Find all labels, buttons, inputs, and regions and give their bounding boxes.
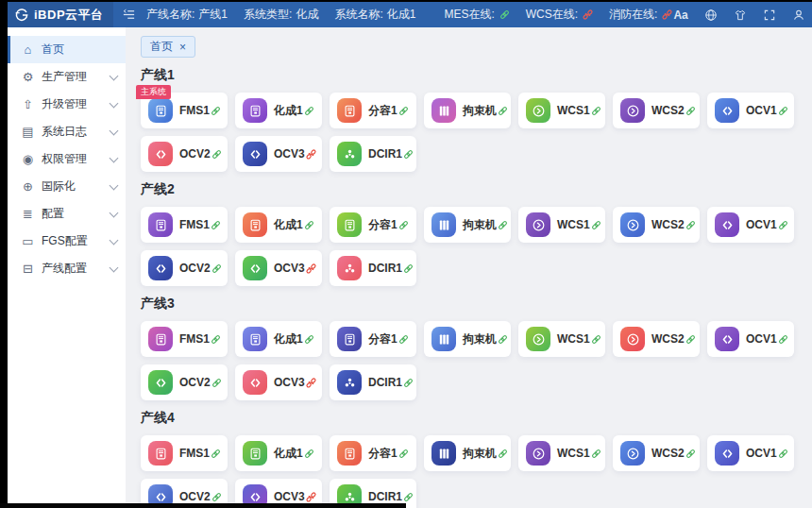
link-online-icon[interactable]	[210, 219, 222, 231]
device-card-FMS1[interactable]: FMS1	[141, 435, 228, 471]
device-card-WCS1[interactable]: WCS1	[518, 207, 605, 243]
device-card-DCIR1[interactable]: DCIR1	[330, 136, 416, 172]
fullscreen-icon[interactable]	[763, 8, 776, 22]
link-broken-icon[interactable]	[305, 262, 317, 275]
link-online-icon[interactable]	[497, 219, 509, 231]
link-online-icon[interactable]	[590, 105, 602, 117]
device-card-分容1[interactable]: 分容1	[330, 207, 416, 243]
device-card-OCV2[interactable]: OCV2	[141, 250, 228, 286]
sidebar-item-permission[interactable]: ◉权限管理	[8, 145, 126, 173]
device-card-分容1[interactable]: 分容1	[330, 93, 416, 128]
link-online-icon[interactable]	[402, 148, 414, 161]
link-online-icon[interactable]	[210, 333, 222, 346]
device-card-OCV3[interactable]: OCV3	[235, 136, 322, 172]
link-online-icon[interactable]	[685, 448, 697, 460]
link-online-icon[interactable]	[398, 105, 410, 117]
link-online-icon[interactable]	[402, 262, 414, 275]
link-online-icon[interactable]	[590, 333, 602, 346]
device-card-拘束机[interactable]: 拘束机	[424, 207, 511, 243]
device-card-拘束机[interactable]: 拘束机	[424, 321, 511, 357]
link-online-icon[interactable]	[303, 219, 315, 231]
font-size-icon[interactable]: Aa	[673, 8, 687, 22]
sidebar-item-home[interactable]: ⌂首页	[8, 36, 126, 63]
device-card-OCV1[interactable]: OCV1	[707, 321, 794, 357]
link-online-icon[interactable]	[685, 333, 697, 346]
link-online-icon[interactable]	[777, 219, 789, 231]
device-card-化成1[interactable]: 化成1	[235, 93, 322, 128]
link-online-icon[interactable]	[210, 448, 222, 460]
device-card-FMS1[interactable]: FMS1	[141, 321, 228, 357]
sections-container: 产线1主系统FMS1化成1分容1拘束机WCS1WCS2OCV1OCV2OCV3D…	[141, 67, 797, 508]
device-card-化成1[interactable]: 化成1	[235, 207, 322, 243]
device-card-化成1[interactable]: 化成1	[235, 435, 322, 471]
link-online-icon[interactable]	[398, 333, 410, 346]
device-card-分容1[interactable]: 分容1	[330, 321, 416, 357]
link-broken-icon[interactable]	[305, 491, 317, 503]
device-card-OCV2[interactable]: OCV2	[141, 136, 228, 172]
sidebar-item-fgs[interactable]: ▭FGS配置	[8, 228, 126, 255]
device-card-WCS1[interactable]: WCS1	[518, 321, 605, 357]
device-card-分容1[interactable]: 分容1	[330, 435, 416, 471]
link-online-icon[interactable]	[303, 105, 315, 117]
device-card-WCS1[interactable]: WCS1	[518, 435, 605, 471]
sidebar-collapse-icon[interactable]	[122, 8, 136, 22]
device-card-WCS1[interactable]: WCS1	[518, 93, 605, 128]
device-card-OCV3[interactable]: OCV3	[235, 250, 322, 286]
link-online-icon[interactable]	[777, 105, 789, 117]
link-online-icon[interactable]	[303, 333, 315, 346]
device-card-FMS1[interactable]: 主系统FMS1	[141, 93, 228, 128]
device-card-OCV3[interactable]: OCV3	[235, 364, 322, 400]
sidebar-item-i18n[interactable]: ⊕国际化	[8, 173, 126, 200]
device-card-FMS1[interactable]: FMS1	[141, 207, 228, 243]
link-online-icon[interactable]	[211, 377, 223, 389]
device-card-WCS2[interactable]: WCS2	[613, 93, 700, 128]
device-card-OCV1[interactable]: OCV1	[707, 435, 794, 471]
link-online-icon[interactable]	[303, 448, 315, 460]
tab-close-icon[interactable]: ×	[179, 42, 186, 53]
device-card-化成1[interactable]: 化成1	[235, 321, 322, 357]
device-card-OCV1[interactable]: OCV1	[707, 207, 794, 243]
device-card-拘束机[interactable]: 拘束机	[424, 93, 511, 128]
link-online-icon[interactable]	[402, 377, 414, 389]
link-online-icon[interactable]	[210, 105, 222, 117]
device-card-OCV2[interactable]: OCV2	[141, 364, 228, 400]
user-icon[interactable]	[792, 8, 805, 22]
info-label: 系统类型:	[244, 7, 292, 23]
sidebar-item-line-config[interactable]: ⊟产线配置	[8, 255, 126, 282]
device-card-WCS2[interactable]: WCS2	[613, 321, 700, 357]
link-online-icon[interactable]	[685, 219, 697, 231]
link-online-icon[interactable]	[497, 448, 509, 460]
link-broken-icon[interactable]	[305, 148, 317, 161]
header-tools: Aa	[673, 8, 812, 22]
link-broken-icon[interactable]	[305, 377, 317, 389]
link-online-icon[interactable]	[777, 448, 789, 460]
link-online-icon[interactable]	[211, 491, 223, 503]
tab-home[interactable]: 首页×	[141, 36, 195, 58]
device-card-拘束机[interactable]: 拘束机	[424, 435, 511, 471]
sidebar-item-production[interactable]: ⚙生产管理	[8, 63, 126, 91]
link-online-icon[interactable]	[398, 448, 410, 460]
link-online-icon[interactable]	[398, 219, 410, 231]
link-online-icon[interactable]	[211, 262, 223, 275]
link-online-icon[interactable]	[497, 333, 509, 346]
sidebar-item-upgrade[interactable]: ⇧升级管理	[8, 91, 126, 118]
device-card-DCIR1[interactable]: DCIR1	[330, 364, 416, 400]
link-online-icon[interactable]	[777, 333, 789, 346]
link-online-icon[interactable]	[590, 448, 602, 460]
device-card-DCIR1[interactable]: DCIR1	[330, 250, 416, 286]
tab-bar: 首页×	[141, 36, 797, 58]
theme-shirt-icon[interactable]	[734, 8, 747, 22]
sidebar-item-logs[interactable]: ▤系统日志	[8, 118, 126, 145]
link-online-icon[interactable]	[685, 105, 697, 117]
link-online-icon[interactable]	[590, 219, 602, 231]
device-card-WCS2[interactable]: WCS2	[613, 207, 700, 243]
device-card-WCS2[interactable]: WCS2	[613, 435, 700, 471]
globe-icon[interactable]	[704, 8, 718, 22]
header-info-item: 系统类型:化成	[244, 7, 318, 23]
link-online-icon[interactable]	[497, 105, 509, 117]
device-card-OCV1[interactable]: OCV1	[707, 93, 794, 128]
link-online-icon[interactable]	[211, 148, 223, 161]
link-online-icon[interactable]	[402, 491, 414, 503]
sidebar-item-config[interactable]: ≣配置	[8, 200, 126, 228]
sidebar-item-label: 国际化	[42, 178, 76, 195]
